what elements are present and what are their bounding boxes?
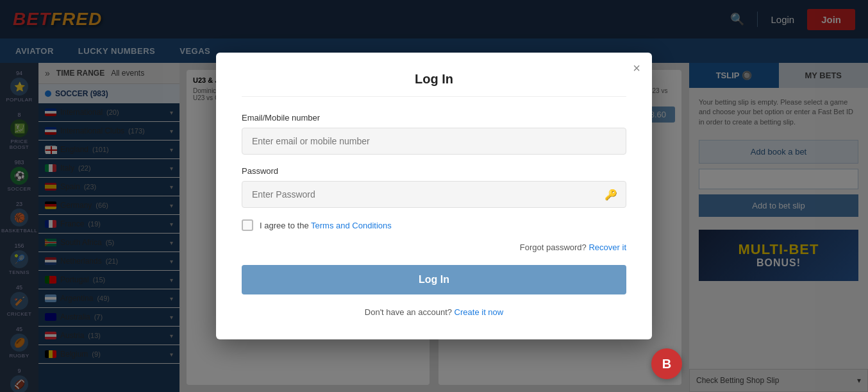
password-input[interactable]	[242, 181, 626, 208]
no-account-text: Don't have an account?	[365, 307, 452, 317]
create-account-link[interactable]: Create it now	[455, 307, 504, 317]
login-modal-overlay[interactable]: × Log In Email/Mobile number Password 🔑 …	[0, 0, 868, 392]
login-modal: × Log In Email/Mobile number Password 🔑 …	[216, 53, 652, 339]
terms-row: I agree to the Terms and Conditions	[242, 219, 626, 231]
forgot-text: Forgot password?	[520, 243, 587, 252]
forgot-row: Forgot password? Recover it	[242, 243, 626, 252]
login-submit-button[interactable]: Log In	[242, 265, 626, 294]
modal-title: Log In	[242, 72, 626, 97]
chat-bubble[interactable]: B	[651, 348, 682, 379]
terms-link[interactable]: Terms and Conditions	[311, 221, 392, 230]
password-wrap: 🔑	[242, 181, 626, 208]
password-label: Password	[242, 166, 626, 176]
email-label: Email/Mobile number	[242, 113, 626, 123]
terms-checkbox[interactable]	[242, 219, 253, 231]
modal-close-button[interactable]: ×	[633, 62, 640, 74]
chat-bubble-icon: B	[662, 357, 671, 371]
recover-link[interactable]: Recover it	[588, 243, 626, 252]
email-input[interactable]	[242, 128, 626, 155]
key-icon: 🔑	[605, 189, 617, 201]
terms-text: I agree to the Terms and Conditions	[260, 221, 392, 230]
create-account-row: Don't have an account? Create it now	[242, 307, 626, 317]
